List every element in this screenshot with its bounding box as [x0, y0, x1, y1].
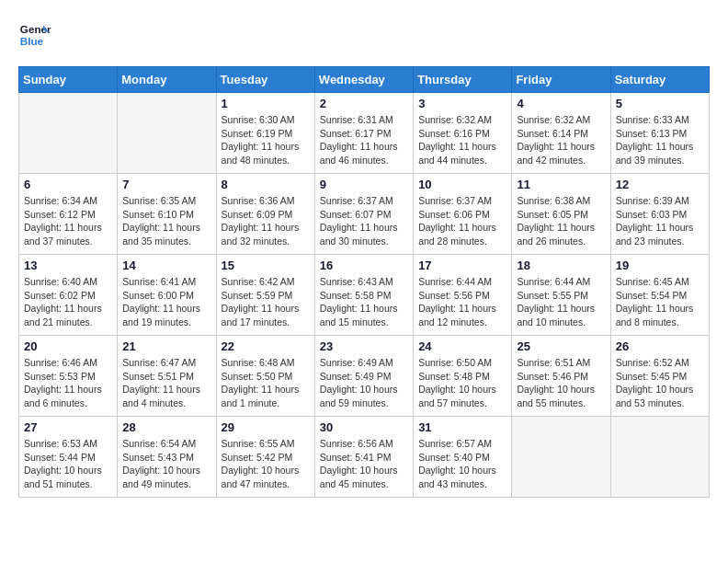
day-number: 31: [418, 420, 506, 434]
day-number: 21: [122, 339, 210, 353]
day-info: Sunrise: 6:37 AM Sunset: 6:07 PM Dayligh…: [320, 194, 408, 248]
svg-text:Blue: Blue: [20, 35, 44, 47]
calendar-cell: 22Sunrise: 6:48 AM Sunset: 5:50 PM Dayli…: [216, 336, 314, 417]
day-number: 11: [517, 178, 605, 191]
day-info: Sunrise: 6:31 AM Sunset: 6:17 PM Dayligh…: [320, 113, 408, 167]
calendar-cell: 9Sunrise: 6:37 AM Sunset: 6:07 PM Daylig…: [314, 174, 413, 255]
day-number: 20: [24, 339, 112, 353]
calendar-cell: 7Sunrise: 6:35 AM Sunset: 6:10 PM Daylig…: [118, 174, 216, 255]
calendar-table: SundayMondayTuesdayWednesdayThursdayFrid…: [18, 66, 710, 498]
day-info: Sunrise: 6:43 AM Sunset: 5:58 PM Dayligh…: [320, 275, 408, 329]
day-number: 29: [222, 420, 310, 434]
calendar-cell: [19, 93, 118, 174]
weekday-header: Sunday: [19, 67, 118, 93]
calendar-cell: 23Sunrise: 6:49 AM Sunset: 5:49 PM Dayli…: [314, 336, 413, 417]
day-number: 4: [517, 97, 605, 110]
calendar-cell: 6Sunrise: 6:34 AM Sunset: 6:12 PM Daylig…: [19, 174, 118, 255]
calendar-cell: 11Sunrise: 6:38 AM Sunset: 6:05 PM Dayli…: [512, 174, 610, 255]
day-info: Sunrise: 6:44 AM Sunset: 5:56 PM Dayligh…: [418, 275, 506, 329]
calendar-cell: 12Sunrise: 6:39 AM Sunset: 6:03 PM Dayli…: [610, 174, 709, 255]
day-number: 18: [517, 259, 605, 272]
day-info: Sunrise: 6:41 AM Sunset: 6:00 PM Dayligh…: [122, 275, 210, 329]
weekday-header: Saturday: [610, 67, 709, 93]
weekday-header: Tuesday: [216, 67, 314, 93]
day-info: Sunrise: 6:55 AM Sunset: 5:42 PM Dayligh…: [222, 437, 310, 491]
day-number: 5: [616, 97, 704, 110]
day-number: 22: [222, 339, 310, 353]
day-number: 10: [418, 178, 506, 191]
day-number: 19: [616, 259, 704, 272]
day-info: Sunrise: 6:49 AM Sunset: 5:49 PM Dayligh…: [320, 356, 408, 410]
calendar-cell: 8Sunrise: 6:36 AM Sunset: 6:09 PM Daylig…: [216, 174, 314, 255]
calendar-cell: 31Sunrise: 6:57 AM Sunset: 5:40 PM Dayli…: [414, 417, 512, 498]
calendar-cell: 21Sunrise: 6:47 AM Sunset: 5:51 PM Dayli…: [118, 336, 216, 417]
day-info: Sunrise: 6:37 AM Sunset: 6:06 PM Dayligh…: [418, 194, 506, 248]
day-number: 16: [320, 259, 408, 272]
calendar-cell: 19Sunrise: 6:45 AM Sunset: 5:54 PM Dayli…: [610, 255, 709, 336]
calendar-cell: 20Sunrise: 6:46 AM Sunset: 5:53 PM Dayli…: [19, 336, 118, 417]
day-info: Sunrise: 6:32 AM Sunset: 6:14 PM Dayligh…: [517, 113, 605, 167]
calendar-cell: 17Sunrise: 6:44 AM Sunset: 5:56 PM Dayli…: [414, 255, 512, 336]
day-number: 30: [320, 420, 408, 434]
logo: General Blue: [18, 18, 55, 52]
day-info: Sunrise: 6:53 AM Sunset: 5:44 PM Dayligh…: [24, 437, 112, 491]
calendar-cell: 1Sunrise: 6:30 AM Sunset: 6:19 PM Daylig…: [216, 93, 314, 174]
page-header: General Blue: [18, 18, 710, 52]
day-info: Sunrise: 6:45 AM Sunset: 5:54 PM Dayligh…: [616, 275, 704, 329]
day-info: Sunrise: 6:30 AM Sunset: 6:19 PM Dayligh…: [222, 113, 310, 167]
day-number: 3: [418, 97, 506, 110]
day-info: Sunrise: 6:56 AM Sunset: 5:41 PM Dayligh…: [320, 437, 408, 491]
day-number: 24: [418, 339, 506, 353]
day-number: 1: [222, 97, 310, 110]
calendar-header: SundayMondayTuesdayWednesdayThursdayFrid…: [19, 67, 710, 93]
calendar-cell: [512, 417, 610, 498]
calendar-cell: 26Sunrise: 6:52 AM Sunset: 5:45 PM Dayli…: [610, 336, 709, 417]
calendar-cell: 4Sunrise: 6:32 AM Sunset: 6:14 PM Daylig…: [512, 93, 610, 174]
day-info: Sunrise: 6:46 AM Sunset: 5:53 PM Dayligh…: [24, 356, 112, 410]
day-info: Sunrise: 6:42 AM Sunset: 5:59 PM Dayligh…: [222, 275, 310, 329]
day-info: Sunrise: 6:38 AM Sunset: 6:05 PM Dayligh…: [517, 194, 605, 248]
calendar-cell: 2Sunrise: 6:31 AM Sunset: 6:17 PM Daylig…: [314, 93, 413, 174]
calendar-cell: 14Sunrise: 6:41 AM Sunset: 6:00 PM Dayli…: [118, 255, 216, 336]
day-number: 15: [222, 259, 310, 272]
day-info: Sunrise: 6:52 AM Sunset: 5:45 PM Dayligh…: [616, 356, 704, 410]
calendar-cell: 10Sunrise: 6:37 AM Sunset: 6:06 PM Dayli…: [414, 174, 512, 255]
day-info: Sunrise: 6:44 AM Sunset: 5:55 PM Dayligh…: [517, 275, 605, 329]
day-info: Sunrise: 6:50 AM Sunset: 5:48 PM Dayligh…: [418, 356, 506, 410]
day-number: 23: [320, 339, 408, 353]
calendar-cell: 24Sunrise: 6:50 AM Sunset: 5:48 PM Dayli…: [414, 336, 512, 417]
day-info: Sunrise: 6:57 AM Sunset: 5:40 PM Dayligh…: [418, 437, 506, 491]
calendar-cell: 27Sunrise: 6:53 AM Sunset: 5:44 PM Dayli…: [19, 417, 118, 498]
calendar-cell: 16Sunrise: 6:43 AM Sunset: 5:58 PM Dayli…: [314, 255, 413, 336]
day-number: 26: [616, 339, 704, 353]
day-number: 6: [24, 178, 112, 191]
day-info: Sunrise: 6:39 AM Sunset: 6:03 PM Dayligh…: [616, 194, 704, 248]
day-info: Sunrise: 6:33 AM Sunset: 6:13 PM Dayligh…: [616, 113, 704, 167]
day-number: 7: [122, 178, 210, 191]
logo-icon: General Blue: [18, 18, 51, 52]
day-info: Sunrise: 6:35 AM Sunset: 6:10 PM Dayligh…: [122, 194, 210, 248]
calendar-cell: 18Sunrise: 6:44 AM Sunset: 5:55 PM Dayli…: [512, 255, 610, 336]
weekday-header: Friday: [512, 67, 610, 93]
calendar-cell: [118, 93, 216, 174]
day-info: Sunrise: 6:47 AM Sunset: 5:51 PM Dayligh…: [122, 356, 210, 410]
calendar-cell: 5Sunrise: 6:33 AM Sunset: 6:13 PM Daylig…: [610, 93, 709, 174]
day-number: 28: [122, 420, 210, 434]
day-info: Sunrise: 6:34 AM Sunset: 6:12 PM Dayligh…: [24, 194, 112, 248]
day-info: Sunrise: 6:32 AM Sunset: 6:16 PM Dayligh…: [418, 113, 506, 167]
svg-text:General: General: [20, 23, 51, 35]
day-number: 27: [24, 420, 112, 434]
calendar-cell: 15Sunrise: 6:42 AM Sunset: 5:59 PM Dayli…: [216, 255, 314, 336]
day-number: 25: [517, 339, 605, 353]
day-number: 9: [320, 178, 408, 191]
calendar-cell: 30Sunrise: 6:56 AM Sunset: 5:41 PM Dayli…: [314, 417, 413, 498]
weekday-header: Monday: [118, 67, 216, 93]
calendar-cell: 3Sunrise: 6:32 AM Sunset: 6:16 PM Daylig…: [414, 93, 512, 174]
calendar-cell: 13Sunrise: 6:40 AM Sunset: 6:02 PM Dayli…: [19, 255, 118, 336]
day-info: Sunrise: 6:48 AM Sunset: 5:50 PM Dayligh…: [222, 356, 310, 410]
day-number: 13: [24, 259, 112, 272]
calendar-cell: 25Sunrise: 6:51 AM Sunset: 5:46 PM Dayli…: [512, 336, 610, 417]
weekday-header: Wednesday: [314, 67, 413, 93]
day-number: 12: [616, 178, 704, 191]
day-number: 17: [418, 259, 506, 272]
